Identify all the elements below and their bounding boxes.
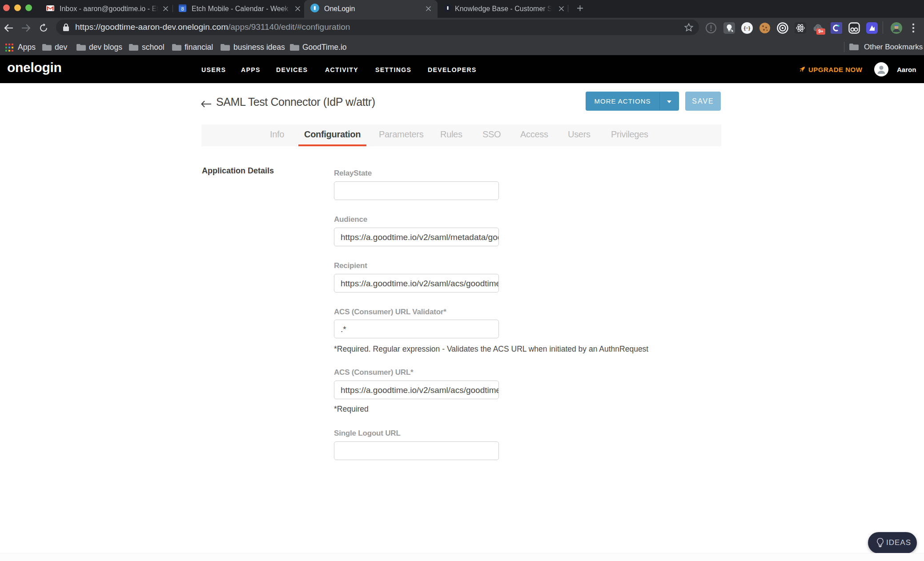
svg-text:{··}: {··}: [744, 26, 751, 31]
svg-text:8: 8: [181, 6, 184, 12]
